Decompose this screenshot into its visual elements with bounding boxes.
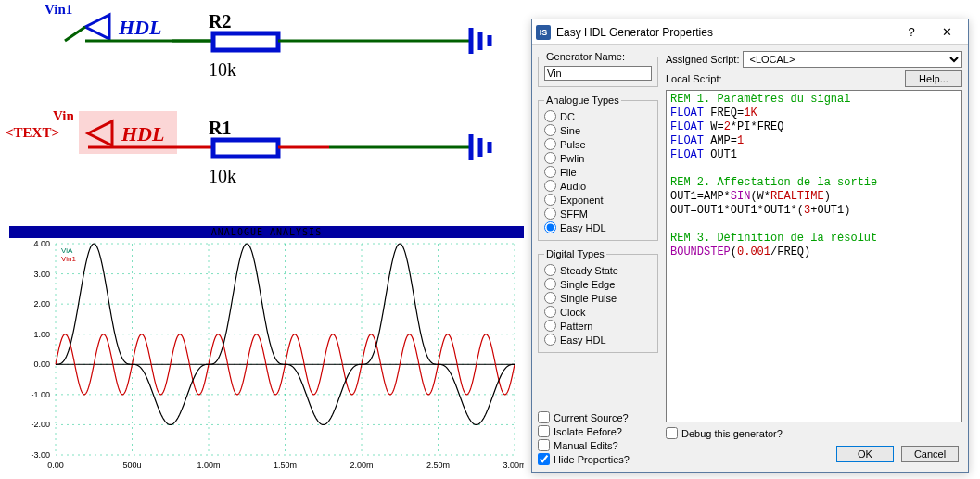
vin-tech: HDL	[121, 122, 164, 145]
svg-text:-2.00: -2.00	[31, 420, 50, 429]
assigned-script-select[interactable]: <LOCAL>	[743, 51, 962, 68]
radio-steady-state[interactable]: Steady State	[544, 263, 652, 277]
dialog-easy-hdl-properties: IS Easy HDL Generator Properties ? ✕ Gen…	[531, 19, 969, 473]
vin-text-placeholder[interactable]: <TEXT>	[6, 125, 59, 140]
svg-text:3.00: 3.00	[33, 270, 50, 279]
radio-easy-hdl[interactable]: Easy HDL	[544, 221, 652, 234]
digital-legend: Digital Types	[544, 248, 606, 259]
vin1-label: Vin1	[45, 2, 72, 17]
check-isolate-before-[interactable]: Isolate Before?	[538, 424, 658, 438]
svg-text:4.00: 4.00	[33, 239, 50, 248]
svg-text:1.00: 1.00	[33, 330, 50, 339]
help-button[interactable]: Help...	[905, 70, 962, 87]
analogue-legend: Analogue Types	[544, 95, 621, 106]
svg-text:2.00: 2.00	[33, 299, 50, 309]
radio-pwlin[interactable]: Pwlin	[544, 151, 652, 165]
svg-text:ViA: ViA	[61, 246, 73, 255]
svg-text:1.00m: 1.00m	[197, 460, 220, 470]
svg-text:2.00m: 2.00m	[350, 460, 373, 470]
app-icon: IS	[536, 25, 551, 40]
vin-label[interactable]: Vin	[53, 108, 74, 123]
r1-ref: R1	[209, 118, 231, 138]
svg-text:2.50m: 2.50m	[426, 460, 450, 470]
svg-rect-17	[9, 238, 524, 472]
svg-text:-1.00: -1.00	[31, 390, 50, 399]
help-icon[interactable]: ?	[894, 20, 929, 44]
r2-val: 10k	[209, 59, 236, 80]
svg-text:0.00: 0.00	[33, 359, 50, 369]
radio-single-pulse[interactable]: Single Pulse	[544, 291, 652, 305]
script-editor[interactable]: REM 1. Paramètres du signalFLOAT FREQ=1K…	[666, 90, 962, 422]
debug-checkbox[interactable]	[666, 427, 678, 439]
svg-rect-4	[213, 33, 278, 50]
radio-dc[interactable]: DC	[544, 109, 652, 123]
cancel-button[interactable]: Cancel	[901, 446, 959, 462]
svg-text:500u: 500u	[122, 460, 141, 470]
generator-name-label: Generator Name:	[544, 51, 627, 62]
check-hide-properties-[interactable]: Hide Properties?	[538, 452, 658, 466]
svg-rect-11	[213, 140, 278, 157]
radio-pattern[interactable]: Pattern	[544, 319, 652, 333]
radio-single-edge[interactable]: Single Edge	[544, 277, 652, 291]
svg-text:3.00m: 3.00m	[503, 460, 524, 470]
radio-file[interactable]: File	[544, 165, 652, 179]
radio-sffm[interactable]: SFFM	[544, 207, 652, 221]
analysis-title: ANALOGUE ANALYSIS	[9, 226, 524, 238]
svg-text:1.50m: 1.50m	[274, 460, 297, 470]
schematic-area: Vin1 HDL R2 10k Vin <TEXT> HDL R1 10k	[0, 0, 524, 222]
generator-name-group: Generator Name:	[538, 51, 658, 87]
svg-text:-3.00: -3.00	[31, 450, 50, 460]
analysis-chart: 4.003.002.001.000.00-1.00-2.00-3.000.005…	[9, 238, 524, 472]
assigned-script-label: Assigned Script:	[666, 54, 739, 65]
check-manual-edits-[interactable]: Manual Edits?	[538, 438, 658, 452]
radio-sine[interactable]: Sine	[544, 123, 652, 137]
debug-label: Debug this generator?	[681, 428, 783, 439]
vin1-tech: HDL	[118, 16, 161, 39]
r2-ref: R2	[209, 11, 231, 32]
ok-button[interactable]: OK	[836, 446, 894, 462]
analysis-panel: ANALOGUE ANALYSIS 4.003.002.001.000.00-1…	[9, 226, 524, 473]
radio-audio[interactable]: Audio	[544, 179, 652, 193]
svg-text:0.00: 0.00	[47, 460, 64, 470]
local-script-label: Local Script:	[666, 73, 901, 84]
radio-clock[interactable]: Clock	[544, 305, 652, 319]
radio-pulse[interactable]: Pulse	[544, 137, 652, 151]
generator-name-input[interactable]	[544, 66, 652, 81]
radio-exponent[interactable]: Exponent	[544, 193, 652, 207]
svg-text:Vin1: Vin1	[61, 255, 76, 263]
digital-types-group: Digital Types Steady StateSingle EdgeSin…	[538, 248, 658, 353]
svg-line-0	[65, 27, 85, 41]
close-icon[interactable]: ✕	[929, 20, 964, 44]
titlebar[interactable]: IS Easy HDL Generator Properties ? ✕	[532, 19, 968, 45]
dialog-title: Easy HDL Generator Properties	[556, 26, 894, 39]
check-current-source-[interactable]: Current Source?	[538, 410, 658, 424]
radio-easy-hdl[interactable]: Easy HDL	[544, 333, 652, 347]
r1-val: 10k	[209, 166, 236, 186]
analogue-types-group: Analogue Types DCSinePulsePwlinFileAudio…	[538, 95, 658, 241]
